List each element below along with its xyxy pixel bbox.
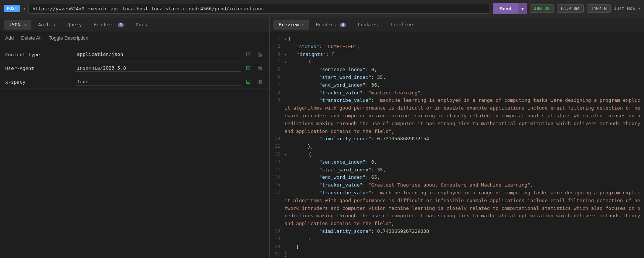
table-row: x-spacy ☑ 🗑 [0,75,269,89]
method-badge[interactable]: POST [4,5,20,12]
header-key: Content-Type [5,52,72,57]
json-tab-arrow[interactable]: ▾ [24,23,26,27]
response-tab-preview[interactable]: Preview ▾ [273,20,309,30]
json-line: 13 "sentence_index": 0, [270,158,644,166]
delete-header-button[interactable]: 🗑 [256,78,264,86]
response-tab-headers[interactable]: Headers 4 [311,20,351,30]
header-value-input[interactable] [75,78,241,86]
delete-all-button[interactable]: Delete All [21,35,41,41]
status-code: 200 [534,6,542,11]
send-button[interactable]: Send [493,3,518,14]
tab-json[interactable]: JSON ▾ [4,20,31,30]
header-value-input[interactable] [75,64,241,72]
json-line: 15 "end_word_index": 65, [270,174,644,181]
response-size-badge: 1407 B [587,4,611,13]
status-badge: 200 OK [530,4,554,13]
headers-table: Content-Type ☑ 🗑 User-Agent ☑ 🗑 [0,44,269,258]
json-line: 12 ▾ { [270,151,644,158]
json-line: 4 ▾ { [270,58,644,66]
json-line: 6 "start_word_index": 35, [270,74,644,81]
url-input[interactable] [28,4,490,14]
tab-headers[interactable]: Headers 3 [88,20,129,30]
table-row: User-Agent ☑ 🗑 [0,61,269,75]
top-bar: POST ▾ Send ▾ 200 OK 61.4 ms 1407 B Just… [0,0,644,17]
json-line: 3 ▾ "insights": [ [270,51,644,58]
tab-auth[interactable]: Auth ▾ [33,20,61,30]
header-key: x-spacy [5,79,72,85]
method-dropdown-icon[interactable]: ▾ [23,7,25,11]
header-enable-checkbox[interactable]: ☑ [245,51,252,58]
preview-tab-arrow[interactable]: ▾ [302,23,304,27]
table-row: Content-Type ☑ 🗑 [0,48,269,61]
response-tab-cookies[interactable]: Cookies [352,20,383,30]
tab-docs[interactable]: Docs [130,20,152,30]
response-tab-timeline[interactable]: Timeline [385,20,418,30]
json-line: 21 } [270,251,644,258]
header-enable-checkbox[interactable]: ☑ [245,64,252,72]
toggle-description-button[interactable]: Toggle Description [49,35,88,41]
json-line: 17 "transcribe_value": "machine learning… [270,189,644,228]
left-panel: JSON ▾ Auth ▾ Query Headers 3 Docs Add D… [0,17,270,258]
trash-icon: 🗑 [258,51,263,57]
response-tab-bar: Preview ▾ Headers 4 Cookies Timeline [270,17,644,32]
header-value-input[interactable] [75,51,241,58]
trash-icon: 🗑 [258,79,263,85]
headers-tab-badge: 3 [118,23,124,27]
add-header-button[interactable]: Add [5,35,14,41]
left-tab-bar: JSON ▾ Auth ▾ Query Headers 3 Docs [0,17,269,32]
json-line: 5 "sentence_index": 0, [270,66,644,74]
status-ok: OK [545,6,550,11]
json-line: 7 "end_word_index": 36, [270,81,644,89]
json-line: 16 "tracker_value": "Greatest Theories a… [270,181,644,189]
main-layout: JSON ▾ Auth ▾ Query Headers 3 Docs Add D… [0,17,644,258]
header-key: User-Agent [5,66,72,71]
send-dropdown-button[interactable]: ▾ [518,3,527,14]
json-line: 1 ▾{ [270,35,644,43]
fold-icon[interactable]: ▾ [284,53,287,57]
json-line: 19 } [270,235,644,243]
response-time-badge: 61.4 ms [557,4,584,13]
tab-query[interactable]: Query [62,20,87,30]
json-line: 11 }, [270,143,644,151]
headers-toolbar: Add Delete All Toggle Description [0,32,269,44]
right-panel: Preview ▾ Headers 4 Cookies Timeline 1 ▾… [270,17,644,258]
auth-tab-arrow[interactable]: ▾ [53,23,55,27]
timestamp-dropdown-icon[interactable]: ▾ [638,7,640,11]
json-line: 14 "start_word_index": 35, [270,166,644,174]
trash-icon: 🗑 [258,65,263,71]
response-headers-badge: 4 [340,23,346,27]
json-line: 9 "transcribe_value": "machine learning … [270,97,644,135]
check-icon: ☑ [246,65,251,71]
json-line: 20 ] [270,243,644,251]
fold-icon[interactable]: ▾ [284,37,287,41]
fold-icon[interactable]: ▾ [284,153,287,157]
delete-header-button[interactable]: 🗑 [256,64,264,72]
json-line: 10 "similarity_score": 0.721356868907215… [270,135,644,143]
json-line: 8 "tracker_value": "machine learning", [270,89,644,97]
check-icon: ☑ [246,51,251,57]
json-line: 2 "status": "COMPLETED", [270,43,644,51]
timestamp: Just Now [614,6,635,11]
fold-icon[interactable]: ▾ [284,60,287,64]
send-btn-group: Send ▾ [493,3,527,14]
json-viewer[interactable]: 1 ▾{ 2 "status": "COMPLETED", 3 ▾ "insig… [270,32,644,258]
delete-header-button[interactable]: 🗑 [256,51,264,58]
json-line: 18 "similarity_score": 0.743066926722903… [270,228,644,235]
header-enable-checkbox[interactable]: ☑ [245,78,252,86]
check-icon: ☑ [246,79,251,85]
